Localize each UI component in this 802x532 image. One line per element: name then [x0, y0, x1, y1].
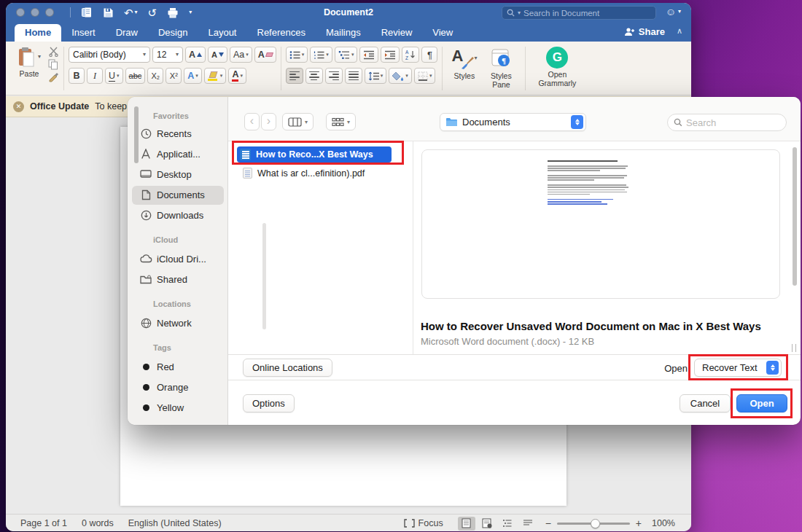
online-locations-button[interactable]: Online Locations	[243, 359, 332, 377]
superscript-button[interactable]: X²	[166, 68, 182, 84]
show-paragraph-marks-button[interactable]: ¶	[421, 47, 437, 63]
dialog-search-input[interactable]	[686, 117, 780, 128]
toolbar-options-caret-icon[interactable]: ▾	[189, 9, 192, 15]
cancel-button[interactable]: Cancel	[680, 394, 731, 412]
text-effects-button[interactable]: A▾	[184, 68, 202, 84]
font-color-button[interactable]: A▾	[228, 68, 246, 84]
bullets-button[interactable]: ▾	[286, 47, 308, 63]
tab-insert[interactable]: Insert	[61, 24, 106, 42]
feedback-control[interactable]: ☺ ▾	[666, 6, 681, 17]
web-layout-view-button[interactable]	[478, 517, 496, 531]
decrease-indent-button[interactable]	[359, 47, 378, 63]
back-button[interactable]: ‹	[244, 113, 260, 130]
sidebar-item-icloud-drive[interactable]: iCloud Dri...	[128, 249, 228, 269]
subscript-button[interactable]: X₂	[147, 68, 163, 84]
document-thumbnail[interactable]	[421, 149, 780, 299]
pane-resize-grabber-icon[interactable]	[792, 344, 796, 352]
open-grammarly-button[interactable]: G Open Grammarly	[530, 45, 584, 89]
borders-button[interactable]: ▾	[414, 68, 436, 84]
focus-button[interactable]: Focus	[404, 518, 443, 528]
styles-button[interactable]: A ▾ Styles	[447, 45, 481, 90]
dialog-search-field[interactable]	[667, 114, 787, 131]
tab-review[interactable]: Review	[371, 24, 423, 42]
print-layout-view-button[interactable]	[458, 517, 475, 531]
save-icon[interactable]	[103, 7, 114, 18]
print-icon[interactable]	[167, 7, 179, 18]
sort-button[interactable]: AZ	[402, 47, 419, 63]
sidebar-item-tag-orange[interactable]: Orange	[128, 377, 228, 397]
language-status[interactable]: English (United States)	[128, 518, 222, 528]
redo-icon[interactable]: ↺	[148, 7, 157, 18]
document-search-field[interactable]: ▾	[502, 6, 656, 20]
sidebar-item-tag-yellow[interactable]: Yellow	[128, 397, 228, 418]
zoom-in-button[interactable]: +	[636, 517, 642, 529]
location-dropdown[interactable]: Documents	[440, 113, 586, 131]
grow-font-button[interactable]: A	[185, 47, 206, 63]
open-button[interactable]: Open	[736, 394, 787, 412]
clear-formatting-button[interactable]: A	[254, 47, 276, 63]
file-list-scrollbar[interactable]	[262, 223, 266, 329]
font-name-select[interactable]: Calibri (Body) ▾	[69, 47, 150, 63]
sidebar-item-applications[interactable]: Applicati...	[128, 144, 228, 164]
sidebar-item-desktop[interactable]: Desktop	[128, 164, 228, 184]
undo-caret-icon[interactable]: ▾	[135, 9, 138, 15]
open-mode-dropdown[interactable]: Recover Text	[694, 359, 782, 377]
share-button[interactable]: Share	[624, 22, 665, 42]
outline-view-button[interactable]	[499, 517, 516, 531]
sidebar-item-tag-partial[interactable]	[128, 418, 228, 425]
tab-layout[interactable]: Layout	[198, 24, 246, 42]
collapse-ribbon-icon[interactable]: ∧	[677, 26, 682, 36]
tab-draw[interactable]: Draw	[106, 24, 148, 42]
paste-button[interactable]: ▾ Paste	[13, 45, 45, 82]
line-spacing-button[interactable]: ▾	[365, 68, 387, 84]
font-size-select[interactable]: 12 ▾	[152, 47, 183, 63]
tab-design[interactable]: Design	[148, 24, 198, 42]
multilevel-list-button[interactable]: ▾	[335, 47, 358, 63]
page-count[interactable]: Page 1 of 1	[20, 518, 67, 528]
word-count[interactable]: 0 words	[82, 518, 114, 528]
increase-indent-button[interactable]	[381, 47, 400, 63]
align-right-button[interactable]	[325, 68, 343, 84]
shrink-font-button[interactable]: A	[208, 47, 227, 63]
tab-home[interactable]: Home	[15, 24, 61, 42]
format-painter-icon[interactable]	[48, 72, 59, 82]
minimize-window-button[interactable]	[31, 8, 39, 17]
feedback-caret-icon[interactable]: ▾	[678, 9, 681, 15]
shading-button[interactable]: ▾	[389, 68, 412, 84]
italic-button[interactable]: I	[87, 68, 103, 84]
draft-view-button[interactable]	[519, 517, 537, 531]
sidebar-item-network[interactable]: Network	[128, 313, 228, 333]
sidebar-item-downloads[interactable]: Downloads	[128, 205, 228, 225]
preview-scrollbar[interactable]	[793, 147, 797, 286]
styles-pane-button[interactable]: ¶ Styles Pane	[481, 45, 521, 90]
change-case-button[interactable]: Aa▾	[230, 47, 252, 63]
new-document-icon[interactable]	[81, 7, 93, 18]
tab-references[interactable]: References	[247, 24, 316, 42]
numbering-button[interactable]: ▾	[310, 47, 332, 63]
highlight-button[interactable]: ▾	[204, 68, 227, 84]
forward-button[interactable]: ›	[261, 113, 276, 130]
zoom-percentage[interactable]: 100%	[652, 518, 675, 528]
column-view-button[interactable]: ▾	[282, 113, 314, 130]
tab-view[interactable]: View	[422, 24, 463, 42]
sidebar-item-documents[interactable]: Documents	[128, 184, 228, 205]
file-row-selected[interactable]: How to Reco...X Best Ways	[237, 146, 392, 163]
group-view-button[interactable]: ▾	[326, 113, 356, 130]
justify-button[interactable]	[345, 68, 362, 84]
search-input[interactable]	[523, 9, 651, 17]
undo-icon[interactable]: ↶	[124, 7, 133, 18]
close-window-button[interactable]	[16, 8, 25, 17]
smiley-icon[interactable]: ☺	[666, 6, 676, 17]
tab-mailings[interactable]: Mailings	[316, 24, 371, 42]
zoom-window-button[interactable]	[45, 8, 54, 17]
zoom-out-button[interactable]: −	[545, 517, 551, 529]
file-row[interactable]: What is ar cl...efinition).pdf	[243, 168, 365, 179]
zoom-slider-thumb[interactable]	[591, 519, 600, 528]
sidebar-item-recents[interactable]: Recents	[128, 123, 228, 144]
align-left-button[interactable]	[286, 68, 303, 84]
bold-button[interactable]: B	[69, 68, 85, 84]
search-scope-caret-icon[interactable]: ▾	[518, 10, 521, 16]
underline-button[interactable]: U▾	[105, 68, 123, 84]
strikethrough-button[interactable]: abc	[125, 68, 146, 84]
options-button[interactable]: Options	[243, 394, 295, 412]
